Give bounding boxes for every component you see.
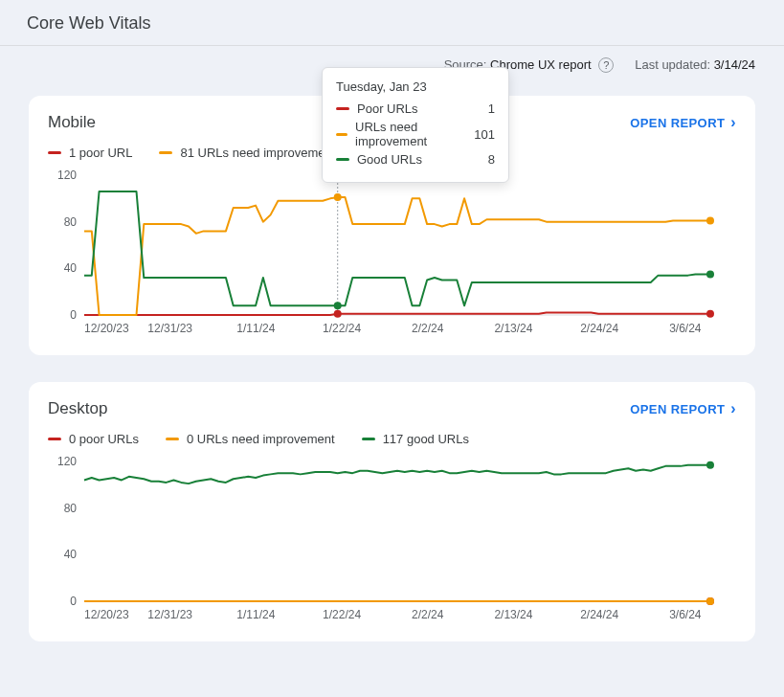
good-chip-icon (336, 158, 349, 161)
chevron-right-icon: › (730, 114, 736, 131)
legend-ni-desktop: 0 URLs need improvement (187, 432, 335, 446)
last-updated-label: Last updated: 3/14/24 (635, 57, 755, 73)
mobile-chart[interactable]: 0408012012/20/2312/31/231/11/241/22/242/… (48, 166, 718, 336)
svg-text:2/2/24: 2/2/24 (412, 322, 444, 335)
svg-text:0: 0 (70, 595, 77, 608)
tooltip-ni-label: URLs need improvement (355, 120, 474, 148)
svg-text:120: 120 (57, 169, 77, 182)
svg-point-14 (706, 216, 714, 224)
mobile-title: Mobile (48, 113, 96, 132)
legend-poor-desktop: 0 poor URLs (69, 432, 139, 446)
svg-point-18 (334, 193, 342, 201)
chevron-right-icon: › (730, 400, 736, 417)
ni-chip-icon (336, 133, 347, 136)
svg-text:120: 120 (57, 455, 77, 468)
svg-text:1/11/24: 1/11/24 (236, 608, 275, 621)
desktop-chart[interactable]: 0408012012/20/2312/31/231/11/241/22/242/… (48, 452, 718, 622)
svg-point-19 (334, 302, 342, 309)
legend-good-desktop: 117 good URLs (383, 432, 469, 446)
svg-point-13 (706, 310, 714, 318)
svg-text:2/24/24: 2/24/24 (580, 608, 618, 621)
svg-text:3/6/24: 3/6/24 (669, 608, 702, 621)
tooltip-poor-label: Poor URLs (357, 101, 418, 116)
page-title: Core Web Vitals (0, 0, 784, 45)
mobile-card: Mobile OPEN REPORT › 1 poor URL 81 URLs … (29, 96, 755, 355)
tooltip-poor-value: 1 (488, 101, 495, 116)
poor-chip-icon (48, 151, 61, 154)
open-report-button-desktop[interactable]: OPEN REPORT › (630, 400, 736, 417)
svg-text:1/11/24: 1/11/24 (236, 322, 275, 335)
legend-ni-mobile: 81 URLs need improvement (180, 146, 335, 160)
svg-point-34 (706, 597, 714, 605)
legend-poor-mobile: 1 poor URL (69, 146, 132, 160)
svg-text:12/20/23: 12/20/23 (84, 322, 129, 335)
desktop-legend: 0 poor URLs 0 URLs need improvement 117 … (48, 432, 736, 446)
chart-tooltip: Tuesday, Jan 23 Poor URLs 1 URLs need im… (322, 67, 509, 183)
svg-text:12/31/23: 12/31/23 (147, 322, 192, 335)
desktop-card: Desktop OPEN REPORT › 0 poor URLs 0 URLs… (29, 382, 755, 641)
svg-text:40: 40 (64, 548, 78, 561)
poor-chip-icon (336, 107, 349, 110)
svg-text:1/22/24: 1/22/24 (323, 322, 361, 335)
tooltip-title: Tuesday, Jan 23 (336, 79, 495, 94)
svg-text:3/6/24: 3/6/24 (669, 322, 702, 335)
svg-point-15 (706, 270, 714, 278)
ni-chip-icon (166, 438, 179, 440)
svg-text:12/31/23: 12/31/23 (147, 608, 192, 621)
svg-text:80: 80 (64, 502, 78, 515)
desktop-title: Desktop (48, 399, 107, 418)
open-report-button-mobile[interactable]: OPEN REPORT › (630, 114, 736, 131)
ni-chip-icon (159, 151, 172, 154)
last-updated-value: 3/14/24 (714, 57, 755, 72)
svg-point-17 (334, 310, 342, 318)
svg-text:2/13/24: 2/13/24 (494, 608, 532, 621)
svg-point-35 (706, 461, 714, 469)
svg-text:40: 40 (64, 261, 78, 275)
svg-text:80: 80 (64, 215, 78, 229)
svg-text:2/13/24: 2/13/24 (494, 322, 532, 335)
help-icon[interactable]: ? (598, 57, 614, 73)
svg-text:2/24/24: 2/24/24 (580, 322, 618, 335)
tooltip-good-label: Good URLs (357, 152, 422, 167)
svg-text:1/22/24: 1/22/24 (323, 608, 361, 621)
good-chip-icon (362, 438, 375, 440)
svg-text:2/2/24: 2/2/24 (412, 608, 444, 621)
tooltip-ni-value: 101 (474, 127, 495, 142)
poor-chip-icon (48, 438, 61, 440)
svg-text:0: 0 (70, 308, 77, 322)
tooltip-good-value: 8 (488, 152, 495, 167)
svg-text:12/20/23: 12/20/23 (84, 608, 129, 621)
